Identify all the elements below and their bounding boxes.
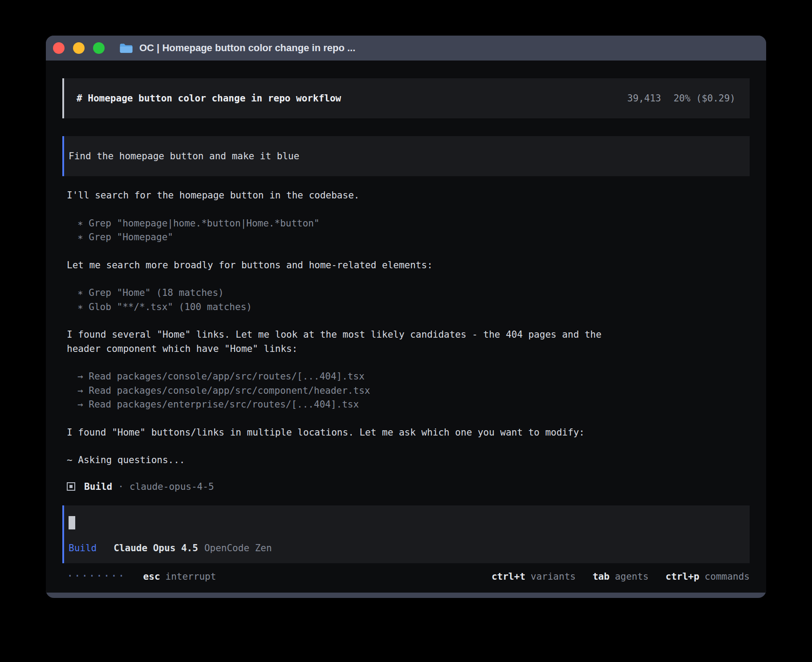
commands-hint: ctrl+p commands: [666, 571, 750, 582]
variants-hint: ctrl+t variants: [491, 571, 576, 582]
tool-call-grep: ∗ Grep "Home" (18 matches): [77, 286, 750, 300]
window-titlebar: OC | Homepage button color change in rep…: [46, 36, 766, 61]
agent-model: claude-opus-4-5: [130, 481, 214, 492]
tool-call-group: ∗ Grep "homepage|home.*button|Home.*butt…: [67, 217, 750, 245]
tool-call-read: → Read packages/console/app/src/componen…: [77, 384, 750, 398]
traffic-lights: [53, 42, 105, 54]
session-stats: 39,413 20% ($0.29): [627, 93, 735, 104]
session-title: # Homepage button color change in repo w…: [77, 93, 341, 104]
folder-icon: [119, 43, 133, 54]
tool-call-read: → Read packages/enterprise/src/routes/[.…: [77, 398, 750, 412]
assistant-message: Let me search more broadly for buttons a…: [67, 258, 750, 273]
tab-key: tab: [593, 571, 609, 582]
spinner-dots: ········: [67, 572, 126, 581]
tool-call-group: ∗ Grep "Home" (18 matches) ∗ Glob "**/*.…: [67, 286, 750, 314]
status-bar: ········ esc interrupt ctrl+t variants t…: [62, 571, 750, 582]
tool-call-group: → Read packages/console/app/src/routes/[…: [67, 370, 750, 412]
prompt-input[interactable]: Build Claude Opus 4.5 OpenCode Zen: [62, 505, 750, 563]
user-message: Find the homepage button and make it blu…: [62, 136, 750, 176]
text-cursor: [69, 516, 75, 529]
assistant-message: I'll search for the homepage button in t…: [67, 189, 750, 203]
ctrl-t-key: ctrl+t: [491, 571, 525, 582]
context-cost: 20% ($0.29): [674, 93, 735, 104]
zoom-button[interactable]: [93, 42, 105, 54]
terminal-content: # Homepage button color change in repo w…: [46, 61, 766, 593]
agents-hint: tab agents: [593, 571, 649, 582]
agent-mode-badge: Build: [69, 543, 97, 553]
window-title: OC | Homepage button color change in rep…: [139, 42, 355, 54]
interrupt-hint: esc interrupt: [143, 571, 216, 582]
ctrl-p-key: ctrl+p: [666, 571, 699, 582]
agent-name: Build: [84, 481, 112, 492]
session-header: # Homepage button color change in repo w…: [62, 78, 750, 118]
agent-build-icon: [67, 482, 75, 491]
token-count: 39,413: [627, 93, 661, 104]
model-name: Claude Opus 4.5: [114, 543, 198, 553]
tool-call-grep: ∗ Grep "Homepage": [77, 230, 750, 245]
model-provider: OpenCode Zen: [204, 543, 272, 553]
tool-call-grep: ∗ Grep "homepage|home.*button|Home.*butt…: [77, 217, 750, 231]
minimize-button[interactable]: [73, 42, 85, 54]
conversation-transcript: I'll search for the homepage button in t…: [62, 189, 750, 492]
tool-call-glob: ∗ Glob "**/*.tsx" (100 matches): [77, 300, 750, 315]
separator-dot: ·: [118, 481, 124, 492]
input-footer: Build Claude Opus 4.5 OpenCode Zen: [69, 543, 739, 553]
tool-call-read: → Read packages/console/app/src/routes/[…: [77, 370, 750, 384]
agent-status-row: Build · claude-opus-4-5: [67, 481, 750, 492]
interrupt-label: interrupt: [166, 571, 216, 582]
close-button[interactable]: [53, 42, 65, 54]
asking-questions-status: ~ Asking questions...: [67, 453, 750, 468]
esc-key: esc: [143, 571, 160, 582]
terminal-window: OC | Homepage button color change in rep…: [46, 36, 766, 598]
assistant-message: I found several "Home" links. Let me loo…: [67, 328, 621, 356]
variants-label: variants: [531, 571, 576, 582]
commands-label: commands: [705, 571, 750, 582]
agents-label: agents: [615, 571, 649, 582]
user-message-text: Find the homepage button and make it blu…: [69, 151, 299, 161]
assistant-message: I found "Home" buttons/links in multiple…: [67, 426, 750, 440]
